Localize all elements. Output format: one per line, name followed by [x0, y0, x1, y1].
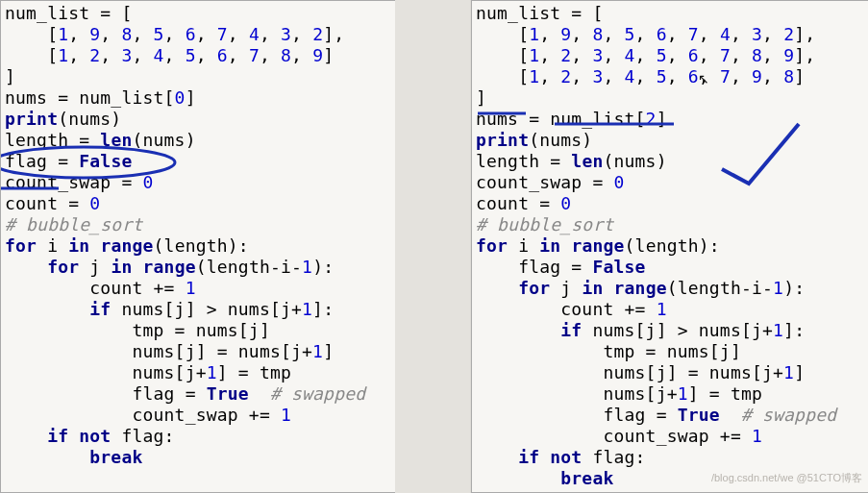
panel-gap [395, 0, 470, 493]
mouse-cursor: ↖ [698, 68, 709, 89]
svg-point-0 [1, 147, 175, 178]
right-annotation [472, 1, 868, 493]
left-annotation-ellipse [1, 1, 395, 493]
left-code-panel: num_list = [ [1, 9, 8, 5, 6, 7, 4, 3, 2]… [0, 0, 396, 493]
right-code-panel: num_list = [ [1, 9, 8, 5, 6, 7, 4, 3, 2]… [471, 0, 868, 493]
watermark: /blog.csdn.net/we @51CTO博客 [711, 467, 862, 488]
